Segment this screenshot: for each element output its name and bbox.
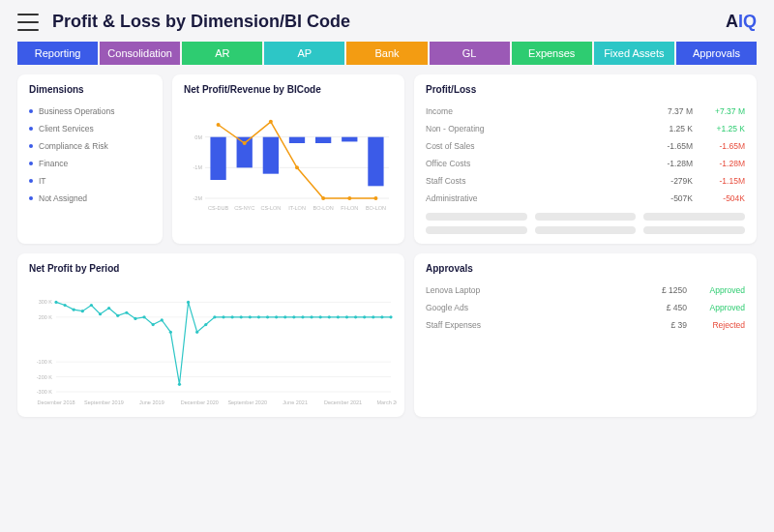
dimension-item[interactable]: Client Services	[29, 120, 151, 137]
svg-point-65	[301, 315, 304, 318]
pl-value-1: 1.25 K	[646, 124, 693, 133]
dimension-label: IT	[39, 176, 46, 186]
svg-text:-300 K: -300 K	[37, 389, 53, 395]
svg-text:-1M: -1M	[194, 164, 203, 170]
approvals-title: Approvals	[426, 263, 745, 274]
bullet-icon	[29, 127, 33, 131]
pl-value-1: 7.37 M	[646, 106, 693, 116]
svg-text:December 2021: December 2021	[324, 399, 362, 405]
bullet-icon	[29, 109, 33, 113]
tab-fixed-assets[interactable]: Fixed Assets	[594, 42, 674, 65]
tab-consolidation[interactable]: Consolidation	[100, 42, 180, 65]
svg-point-70	[345, 315, 348, 318]
svg-point-38	[64, 304, 67, 307]
svg-text:300 K: 300 K	[39, 299, 53, 305]
tab-reporting[interactable]: Reporting	[17, 42, 98, 65]
svg-point-72	[363, 315, 366, 318]
svg-point-48	[152, 323, 155, 326]
svg-text:CS-DUB: CS-DUB	[208, 205, 228, 211]
svg-text:June 2019: June 2019	[139, 399, 164, 405]
period-chart: 300 K200 K-100 K-200 K-300 KDecember 201…	[29, 281, 397, 407]
svg-point-14	[243, 141, 247, 145]
svg-point-69	[337, 315, 340, 318]
approval-status: Rejected	[687, 320, 745, 330]
tab-gl[interactable]: GL	[430, 42, 510, 65]
svg-text:December 2020: December 2020	[181, 399, 219, 405]
svg-point-41	[90, 304, 93, 307]
svg-text:BO-LON: BO-LON	[366, 205, 386, 211]
period-chart-title: Net Profit by Period	[29, 263, 393, 274]
svg-point-49	[161, 318, 164, 321]
pl-button-row-2	[426, 226, 745, 234]
svg-point-71	[354, 315, 357, 318]
pl-action-6[interactable]	[643, 226, 745, 234]
approval-status: Approved	[687, 303, 745, 312]
hamburger-icon[interactable]	[17, 14, 39, 31]
approval-amount: £ 39	[639, 320, 687, 330]
svg-text:IT-LON: IT-LON	[288, 205, 306, 211]
dimension-item[interactable]: Compliance & Risk	[29, 137, 151, 155]
svg-point-51	[178, 383, 181, 386]
page-title: Profit & Loss by Dimension/BI Code	[52, 12, 350, 32]
profit-loss-title: Profit/Loss	[426, 84, 745, 95]
profit-loss-row: Cost of Sales-1.65M-1.65M	[426, 137, 745, 155]
svg-point-75	[389, 315, 392, 318]
approval-name: Lenova Laptop	[426, 285, 639, 295]
dimension-item[interactable]: Not Assigned	[29, 190, 151, 207]
approval-row: Lenova Laptop£ 1250Approved	[426, 281, 745, 299]
pl-value-2: -1.65M	[693, 141, 745, 151]
dimension-label: Client Services	[39, 124, 94, 133]
profit-loss-row: Staff Costs-279K-1.15M	[426, 172, 745, 190]
profit-loss-row: Non - Operating1.25 K+1.25 K	[426, 120, 745, 137]
pl-action-4[interactable]	[426, 226, 527, 234]
pl-action-5[interactable]	[535, 226, 637, 234]
svg-point-42	[99, 312, 102, 315]
approval-name: Staff Expenses	[426, 320, 639, 330]
pl-value-2: -1.15M	[693, 176, 745, 186]
tab-bank[interactable]: Bank	[346, 42, 427, 65]
svg-point-54	[204, 323, 207, 326]
svg-rect-10	[315, 137, 331, 143]
tab-approvals[interactable]: Approvals	[676, 42, 757, 65]
pl-value-1: -1.28M	[646, 159, 693, 168]
svg-rect-11	[342, 137, 357, 142]
dimension-item[interactable]: Business Operations	[29, 103, 151, 120]
bicode-chart-title: Net Profit/Revenue by BICode	[184, 84, 393, 95]
svg-text:June 2021: June 2021	[283, 399, 308, 405]
dimension-item[interactable]: IT	[29, 172, 151, 190]
pl-name: Staff Costs	[426, 176, 646, 186]
profit-loss-row: Administrative-507K-504K	[426, 190, 745, 207]
tab-ap[interactable]: AP	[264, 42, 344, 65]
period-chart-card: Net Profit by Period 300 K200 K-100 K-20…	[17, 253, 404, 417]
pl-action-2[interactable]	[535, 213, 637, 221]
approval-amount: £ 1250	[639, 285, 687, 295]
svg-point-16	[295, 165, 299, 169]
svg-point-39	[73, 309, 75, 311]
svg-rect-6	[210, 137, 225, 180]
approval-row: Google Ads£ 450Approved	[426, 299, 745, 316]
svg-point-74	[380, 315, 383, 318]
tab-expenses[interactable]: Expenses	[512, 42, 592, 65]
approval-status: Approved	[687, 285, 745, 295]
dimensions-card: Dimensions Business OperationsClient Ser…	[17, 74, 163, 244]
dimension-item[interactable]: Finance	[29, 155, 151, 172]
svg-point-47	[142, 315, 145, 318]
dimension-label: Compliance & Risk	[39, 141, 108, 151]
pl-action-3[interactable]	[643, 213, 745, 221]
bullet-icon	[29, 162, 33, 165]
svg-text:0M: 0M	[194, 134, 202, 140]
profit-loss-row: Income7.37 M+7.37 M	[426, 103, 745, 120]
svg-text:200 K: 200 K	[39, 314, 53, 320]
tab-ar[interactable]: AR	[182, 42, 262, 65]
svg-point-52	[187, 301, 190, 304]
pl-action-1[interactable]	[426, 213, 527, 221]
pl-value-2: -504K	[693, 193, 745, 203]
pl-name: Office Costs	[426, 159, 646, 168]
svg-text:-200 K: -200 K	[37, 374, 53, 380]
dimension-label: Not Assigned	[39, 193, 87, 203]
pl-name: Cost of Sales	[426, 141, 646, 151]
svg-point-40	[81, 310, 84, 312]
svg-text:September 2020: September 2020	[227, 399, 267, 405]
svg-text:March 2021: March 2021	[376, 399, 397, 405]
bicode-chart: 0M-1M-2MCS-DUBCS-NYCCS-LONIT-LONBO-LONFI…	[184, 103, 393, 214]
